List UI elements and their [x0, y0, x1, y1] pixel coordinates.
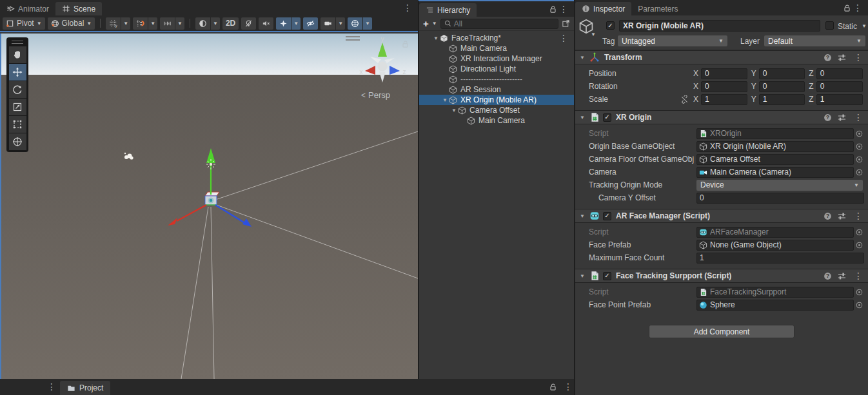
perspective-toggle[interactable]: < Persp [361, 90, 390, 100]
scale-y-field[interactable]: 1 [759, 94, 805, 105]
object-picker-icon[interactable] [854, 288, 864, 296]
scale-tool-button[interactable] [9, 99, 26, 115]
help-icon[interactable] [824, 113, 832, 122]
object-picker-icon[interactable] [854, 155, 864, 164]
enabled-checkbox[interactable]: ✓ [603, 212, 611, 220]
inspector-kebab-icon[interactable]: ⋮ [851, 3, 864, 12]
draw-mode-dropdown[interactable]: ▼ [211, 17, 220, 30]
scene-menu-kebab-icon[interactable]: ⋮ [401, 3, 414, 12]
position-x-field[interactable]: 0 [701, 68, 747, 79]
tab-hierarchy[interactable]: Hierarchy [419, 3, 477, 17]
layer-dropdown[interactable]: Default ▼ [764, 35, 865, 46]
scene-camera-button[interactable] [321, 17, 335, 30]
hierarchy-item-camera-offset[interactable]: ▼ Camera Offset [419, 105, 574, 115]
hierarchy-item-scene[interactable]: ▼ FaceTracking* ⋮ [419, 33, 574, 43]
grid-visibility-dropdown[interactable]: ▼ [121, 17, 130, 30]
object-picker-icon[interactable] [854, 228, 864, 236]
component-kebab-icon[interactable]: ⋮ [852, 53, 865, 62]
scale-z-field[interactable]: 1 [816, 94, 863, 105]
object-picker-icon[interactable] [854, 168, 864, 177]
tracking-origin-mode-dropdown[interactable]: Device ▼ [696, 180, 863, 191]
script-object-field[interactable]: FaceTrackingSurpport [696, 287, 854, 298]
transform-header[interactable]: ▼ Transform ⋮ [575, 50, 868, 64]
component-kebab-icon[interactable]: ⋮ [852, 113, 865, 122]
tab-project[interactable]: Project [60, 381, 110, 395]
grid-snap-dropdown[interactable]: ▼ [148, 17, 157, 30]
rotation-y-field[interactable]: 0 [759, 81, 805, 92]
rotation-z-field[interactable]: 0 [816, 81, 863, 92]
foldout-icon[interactable]: ▼ [450, 108, 458, 113]
enabled-checkbox[interactable]: ✓ [603, 113, 611, 122]
active-checkbox[interactable]: ✓ [606, 21, 615, 30]
tab-inspector[interactable]: Inspector [575, 2, 631, 15]
foldout-icon[interactable]: ▼ [578, 115, 586, 120]
enabled-checkbox[interactable]: ✓ [603, 272, 611, 280]
scene-lighting-button[interactable] [241, 17, 256, 30]
origin-base-object-field[interactable]: XR Origin (Mobile AR) [696, 141, 854, 152]
component-kebab-icon[interactable]: ⋮ [852, 211, 865, 220]
hidden-objects-button[interactable] [303, 17, 318, 30]
object-picker-icon[interactable] [854, 301, 864, 309]
ar-face-manager-header[interactable]: ▼ ✓ AR Face Manager (Script) ⋮ [575, 209, 868, 223]
presets-icon[interactable] [838, 272, 846, 280]
face-point-prefab-object-field[interactable]: Sphere [696, 300, 854, 311]
presets-icon[interactable] [838, 113, 846, 122]
camera-object-field[interactable]: Main Camera (Camera) [696, 167, 854, 178]
scene-row-kebab-icon[interactable]: ⋮ [557, 34, 570, 43]
global-button[interactable]: Global ▼ [48, 17, 95, 30]
create-object-dropdown-icon[interactable]: ▼ [432, 21, 437, 26]
xr-origin-header[interactable]: ▼ ✓ XR Origin ⋮ [575, 110, 868, 124]
gameobject-icon-dropdown[interactable]: ▼ [591, 32, 596, 37]
grid-snap-button[interactable] [133, 17, 148, 30]
position-z-field[interactable]: 0 [816, 68, 863, 79]
rect-tool-button[interactable] [9, 116, 26, 133]
hierarchy-item-xr-origin[interactable]: ▼ XR Origin (Mobile AR) [419, 95, 574, 105]
draw-mode-button[interactable] [195, 17, 210, 30]
gizmos-dropdown[interactable]: ▼ [363, 17, 372, 30]
help-icon[interactable] [824, 272, 832, 280]
tab-parameters[interactable]: Parameters [631, 2, 684, 15]
hierarchy-search-input[interactable]: All [440, 19, 558, 29]
view-tool-button[interactable] [9, 46, 26, 63]
object-picker-icon[interactable] [854, 130, 864, 138]
gizmos-button[interactable] [348, 17, 362, 30]
static-checkbox[interactable] [825, 21, 834, 30]
object-picker-icon[interactable] [854, 241, 864, 249]
rotation-x-field[interactable]: 0 [701, 81, 747, 92]
camera-y-offset-field[interactable]: 0 [696, 193, 864, 204]
snap-increment-dropdown[interactable]: ▼ [175, 17, 184, 30]
foldout-icon[interactable]: ▼ [578, 273, 586, 279]
script-object-field[interactable]: XROrigin [696, 128, 854, 139]
snap-increment-button[interactable] [160, 17, 175, 30]
effects-button[interactable] [276, 17, 291, 30]
tag-dropdown[interactable]: Untagged ▼ [618, 35, 727, 46]
hierarchy-kebab-icon[interactable]: ⋮ [557, 5, 570, 14]
scene-audio-button[interactable] [259, 17, 273, 30]
component-kebab-icon[interactable]: ⋮ [852, 271, 865, 280]
rotate-tool-button[interactable] [9, 81, 26, 98]
lock-icon[interactable] [843, 4, 851, 12]
scene-camera-dropdown[interactable]: ▼ [336, 17, 345, 30]
hierarchy-item-separator[interactable]: ------------------------ [419, 74, 574, 84]
project-menu-kebab-icon[interactable]: ⋮ [45, 382, 58, 391]
position-y-field[interactable]: 0 [759, 68, 805, 79]
hierarchy-item-directional-light[interactable]: Directional Light [419, 64, 574, 74]
transform-tool-button[interactable] [9, 133, 26, 150]
face-tracking-header[interactable]: ▼ ✓ Face Tracking Surpport (Script) ⋮ [575, 269, 868, 283]
pivot-button[interactable]: Pivot ▼ [3, 17, 45, 30]
link-broken-icon[interactable] [680, 95, 689, 104]
scene-viewport[interactable]: y x z < Persp [0, 34, 418, 379]
help-icon[interactable] [824, 212, 832, 220]
foldout-icon[interactable]: ▼ [441, 97, 449, 103]
static-dropdown-icon[interactable]: ▼ [862, 23, 867, 29]
lock-icon[interactable] [549, 383, 557, 391]
create-object-button[interactable]: + [423, 19, 429, 28]
hierarchy-item-child-main-camera[interactable]: Main Camera [419, 115, 574, 126]
2d-toggle-button[interactable]: 2D [222, 17, 239, 30]
camera-floor-object-field[interactable]: Camera Offset [696, 154, 854, 165]
tab-scene[interactable]: Scene [55, 2, 102, 15]
foldout-icon[interactable]: ▼ [578, 55, 586, 61]
help-icon[interactable] [824, 53, 832, 62]
hierarchy-item-xr-interaction-manager[interactable]: XR Interaction Manager [419, 53, 574, 64]
add-component-button[interactable]: Add Component [649, 325, 794, 338]
